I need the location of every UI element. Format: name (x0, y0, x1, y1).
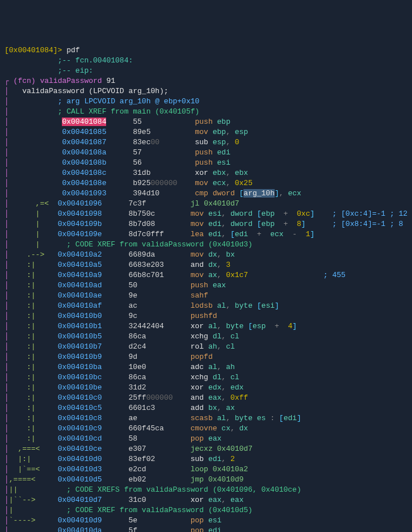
operands: ah, cl (208, 342, 235, 351)
address[interactable]: 0x004010d9 (58, 516, 102, 525)
address[interactable]: 0x004010bc (58, 373, 102, 382)
fcn-signature: validaPassword (LPCVOID arg_10h); (22, 87, 168, 95)
address[interactable]: 0x0040108b (62, 158, 106, 167)
operands: dl, cl (213, 332, 239, 341)
address[interactable]: 0x004010b9 (58, 353, 102, 361)
hex-bytes: 89e5 (133, 128, 150, 136)
address[interactable]: 0x004010c8 (58, 414, 102, 422)
flow-graph: :| (9, 342, 58, 351)
flow-graph: :| (9, 281, 58, 290)
operands: bx, ax (208, 404, 235, 412)
operands: edi (208, 526, 221, 532)
mnemonic: jl (191, 199, 200, 208)
address[interactable]: 0x004010d7 (58, 496, 102, 504)
jump-target[interactable]: 0x4010d9 (208, 475, 243, 484)
address[interactable]: 0x004010ba (58, 363, 102, 371)
address[interactable]: 0x004010d5 (58, 475, 102, 484)
eip-marker: ;-- eip: (58, 66, 93, 75)
flow-graph: :| (9, 424, 58, 433)
hex-bytes: 660f45ca (128, 424, 163, 433)
address[interactable]: 0x0040109e (58, 230, 102, 238)
address[interactable]: 0x0040108e (62, 179, 106, 187)
address[interactable]: 0x004010ce (58, 445, 102, 453)
address[interactable]: 0x0040108a (62, 148, 106, 157)
address[interactable]: 0x004010b1 (58, 322, 102, 330)
flow-graph (9, 148, 62, 157)
hex-bytes: 8b750c (128, 210, 155, 218)
flow-graph: ,=< (9, 199, 58, 208)
flow-graph: :| (9, 434, 58, 443)
flow-graph: :| (9, 322, 58, 330)
inline-comment: ; [0xc:4]=-1 ; 12 (332, 210, 407, 218)
mnemonic: pushfd (191, 312, 217, 320)
flow-graph: :| (9, 363, 58, 371)
address[interactable]: 0x004010d3 (58, 465, 102, 474)
address[interactable]: 0x004010c9 (58, 424, 102, 433)
address[interactable]: 0x00401098 (58, 210, 102, 218)
address[interactable]: 0x004010d0 (58, 455, 102, 463)
hex-bytes: 55 (133, 118, 142, 126)
address[interactable]: 0x004010be (58, 383, 102, 392)
address[interactable]: 0x004010c0 (58, 393, 102, 402)
address[interactable]: 0x00401096 (58, 199, 102, 208)
flow-graph (9, 526, 58, 532)
hex-bytes: 31d2 (128, 383, 146, 392)
operands: edi, dword [ebp + 8] (208, 220, 306, 228)
operands: al, byte [esi] (217, 301, 279, 310)
address[interactable]: 0x004010da (58, 526, 102, 532)
address[interactable]: 0x00401093 (62, 189, 106, 198)
mnemonic: adc (191, 363, 204, 371)
hex-bytes: 10e0 (128, 363, 146, 371)
address[interactable]: 0x004010a9 (58, 271, 102, 279)
mnemonic: xor (191, 383, 204, 392)
flow-graph: :| (9, 271, 58, 279)
address[interactable]: 0x00401085 (62, 128, 106, 136)
address[interactable]: 0x0040109b (58, 220, 102, 228)
address[interactable]: 0x004010a2 (58, 250, 102, 259)
flow-graph: :| (9, 414, 58, 422)
address[interactable]: 0x004010ae (58, 291, 102, 300)
address[interactable]: 0x00401087 (62, 138, 106, 146)
jump-target[interactable]: 0x4010d7 (217, 445, 253, 453)
mnemonic: popfd (191, 353, 213, 361)
mnemonic: scasb (191, 414, 213, 422)
operands: al, ah (208, 363, 235, 371)
address[interactable]: 0x004010b7 (58, 342, 102, 351)
fcn-marker: ;-- fcn.00401084: (58, 56, 133, 65)
flow-graph: :| (9, 404, 58, 412)
flow-graph: || (9, 485, 58, 494)
hex-bytes: 86ca (128, 373, 146, 382)
jump-target[interactable]: 0x4010a2 (213, 465, 248, 474)
operands: al, byte es : [edi] (217, 414, 301, 422)
address[interactable]: 0x004010cd (58, 434, 102, 443)
address[interactable]: 0x004010b5 (58, 332, 102, 341)
flow-graph: :| (9, 393, 58, 402)
flow-graph: ,====< (9, 475, 58, 484)
hex-bytes: 394d10 (133, 189, 159, 198)
command-input[interactable]: pdf (66, 46, 79, 55)
disassembly-output: [0x00401084]> pdf ;-- fcn.00401084: ;-- … (5, 45, 407, 532)
current-address[interactable]: 0x00401084 (62, 118, 106, 126)
address[interactable]: 0x004010c5 (58, 404, 102, 412)
code-xref: ; CODE XREF from validaPassword (0x4010d… (66, 240, 253, 249)
hex-bytes: 9c (128, 312, 137, 320)
mnemonic: rol (191, 342, 204, 351)
jump-target[interactable]: 0x4010d7 (204, 199, 239, 208)
flow-graph: :| (9, 383, 58, 392)
mnemonic: lea (191, 230, 204, 238)
address[interactable]: 0x004010ad (58, 281, 102, 290)
mnemonic: xor (191, 322, 204, 330)
address[interactable]: 0x004010a5 (58, 261, 102, 269)
hex-bytes: 56 (133, 158, 142, 167)
operands: eax (213, 281, 226, 290)
operands: esi, dword [ebp + 0xc] (208, 210, 314, 218)
address[interactable]: 0x004010b0 (58, 312, 102, 320)
flow-graph (9, 169, 62, 177)
address[interactable]: 0x004010af (58, 301, 102, 310)
operands: eax (208, 434, 221, 443)
flow-graph: :| (9, 291, 58, 300)
arg-ref: arg_10h (243, 189, 275, 198)
address[interactable]: 0x0040108c (62, 169, 106, 177)
mnemonic: mov (195, 128, 208, 136)
fcn-label: ┌ (fcn) (5, 77, 36, 85)
